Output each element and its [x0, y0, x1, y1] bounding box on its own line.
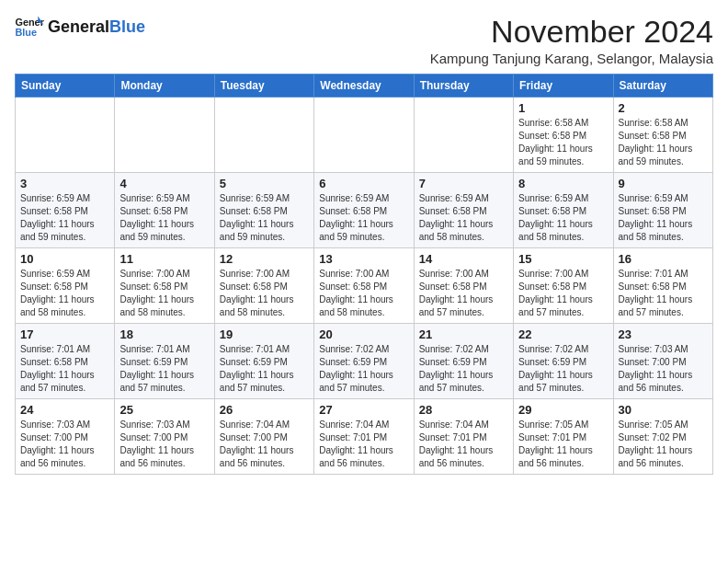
day-info: Sunrise: 7:03 AM Sunset: 7:00 PM Dayligh… — [619, 343, 708, 395]
day-info: Sunrise: 6:59 AM Sunset: 6:58 PM Dayligh… — [319, 192, 408, 244]
day-of-week-header: Saturday — [613, 75, 712, 98]
calendar-cell: 8Sunrise: 6:59 AM Sunset: 6:58 PM Daylig… — [514, 173, 613, 248]
calendar-cell: 7Sunrise: 6:59 AM Sunset: 6:58 PM Daylig… — [414, 173, 513, 248]
day-info: Sunrise: 7:02 AM Sunset: 6:59 PM Dayligh… — [319, 343, 408, 395]
calendar-body: 1Sunrise: 6:58 AM Sunset: 6:58 PM Daylig… — [16, 98, 713, 475]
calendar-cell: 9Sunrise: 6:59 AM Sunset: 6:58 PM Daylig… — [613, 173, 712, 248]
svg-text:Blue: Blue — [15, 27, 37, 38]
calendar-week-row: 10Sunrise: 6:59 AM Sunset: 6:58 PM Dayli… — [16, 248, 713, 324]
day-info: Sunrise: 6:59 AM Sunset: 6:58 PM Dayligh… — [119, 192, 209, 244]
calendar-week-row: 24Sunrise: 7:03 AM Sunset: 7:00 PM Dayli… — [16, 399, 713, 475]
calendar-week-row: 17Sunrise: 7:01 AM Sunset: 6:58 PM Dayli… — [16, 324, 713, 399]
month-year-title: November 2024 — [430, 15, 713, 49]
day-of-week-header: Sunday — [16, 75, 115, 98]
day-info: Sunrise: 6:59 AM Sunset: 6:58 PM Dayligh… — [220, 192, 309, 244]
day-number: 15 — [518, 252, 608, 266]
title-block: November 2024 Kampung Tanjung Karang, Se… — [430, 15, 713, 66]
calendar-cell: 14Sunrise: 7:00 AM Sunset: 6:58 PM Dayli… — [414, 248, 513, 324]
logo: General Blue GeneralBlue — [15, 15, 145, 40]
day-number: 20 — [319, 327, 408, 341]
day-info: Sunrise: 7:04 AM Sunset: 7:00 PM Dayligh… — [220, 419, 309, 470]
generalblue-logo-icon: General Blue — [15, 15, 44, 40]
day-number: 19 — [220, 327, 309, 341]
day-info: Sunrise: 7:00 AM Sunset: 6:58 PM Dayligh… — [319, 268, 408, 319]
calendar-cell: 30Sunrise: 7:05 AM Sunset: 7:02 PM Dayli… — [613, 399, 712, 475]
day-number: 6 — [319, 177, 408, 190]
calendar-cell — [414, 98, 513, 173]
day-number: 27 — [319, 403, 408, 417]
calendar-cell — [314, 98, 414, 173]
calendar-cell: 24Sunrise: 7:03 AM Sunset: 7:00 PM Dayli… — [16, 399, 115, 475]
calendar-cell: 22Sunrise: 7:02 AM Sunset: 6:59 PM Dayli… — [514, 324, 613, 399]
day-number: 25 — [119, 403, 209, 417]
day-info: Sunrise: 7:03 AM Sunset: 7:00 PM Dayligh… — [119, 419, 209, 470]
calendar-cell: 29Sunrise: 7:05 AM Sunset: 7:01 PM Dayli… — [514, 399, 613, 475]
page-header: General Blue GeneralBlue November 2024 K… — [15, 15, 713, 66]
day-number: 18 — [119, 327, 209, 341]
location-subtitle: Kampung Tanjung Karang, Selangor, Malays… — [430, 51, 713, 66]
day-info: Sunrise: 7:01 AM Sunset: 6:58 PM Dayligh… — [619, 268, 708, 319]
day-number: 26 — [220, 403, 309, 417]
day-info: Sunrise: 7:05 AM Sunset: 7:02 PM Dayligh… — [619, 419, 708, 470]
calendar-cell — [214, 98, 313, 173]
calendar-week-row: 1Sunrise: 6:58 AM Sunset: 6:58 PM Daylig… — [16, 98, 713, 173]
calendar-cell: 16Sunrise: 7:01 AM Sunset: 6:58 PM Dayli… — [613, 248, 712, 324]
day-number: 23 — [619, 327, 708, 341]
day-number: 24 — [20, 403, 109, 417]
day-info: Sunrise: 6:59 AM Sunset: 6:58 PM Dayligh… — [20, 192, 109, 244]
day-info: Sunrise: 7:05 AM Sunset: 7:01 PM Dayligh… — [518, 419, 608, 470]
day-number: 29 — [518, 403, 608, 417]
calendar-cell: 20Sunrise: 7:02 AM Sunset: 6:59 PM Dayli… — [314, 324, 414, 399]
calendar-cell: 21Sunrise: 7:02 AM Sunset: 6:59 PM Dayli… — [414, 324, 513, 399]
calendar-header: SundayMondayTuesdayWednesdayThursdayFrid… — [16, 75, 713, 98]
calendar-cell: 12Sunrise: 7:00 AM Sunset: 6:58 PM Dayli… — [214, 248, 313, 324]
day-number: 22 — [518, 327, 608, 341]
day-number: 11 — [119, 252, 209, 266]
calendar-cell: 4Sunrise: 6:59 AM Sunset: 6:58 PM Daylig… — [115, 173, 214, 248]
day-info: Sunrise: 7:00 AM Sunset: 6:58 PM Dayligh… — [119, 268, 209, 319]
day-number: 30 — [619, 403, 708, 417]
calendar-cell: 25Sunrise: 7:03 AM Sunset: 7:00 PM Dayli… — [115, 399, 214, 475]
calendar-cell: 26Sunrise: 7:04 AM Sunset: 7:00 PM Dayli… — [214, 399, 313, 475]
day-number: 5 — [220, 177, 309, 190]
day-number: 14 — [419, 252, 508, 266]
day-of-week-header: Thursday — [414, 75, 513, 98]
calendar-cell: 27Sunrise: 7:04 AM Sunset: 7:01 PM Dayli… — [314, 399, 414, 475]
day-number: 7 — [419, 177, 508, 190]
day-info: Sunrise: 7:00 AM Sunset: 6:58 PM Dayligh… — [518, 268, 608, 319]
calendar-cell — [115, 98, 214, 173]
day-number: 2 — [619, 101, 708, 115]
day-of-week-header: Tuesday — [214, 75, 313, 98]
day-info: Sunrise: 7:00 AM Sunset: 6:58 PM Dayligh… — [419, 268, 508, 319]
day-info: Sunrise: 6:59 AM Sunset: 6:58 PM Dayligh… — [419, 192, 508, 244]
calendar-cell: 18Sunrise: 7:01 AM Sunset: 6:59 PM Dayli… — [115, 324, 214, 399]
day-info: Sunrise: 7:03 AM Sunset: 7:00 PM Dayligh… — [20, 419, 109, 470]
day-info: Sunrise: 7:04 AM Sunset: 7:01 PM Dayligh… — [419, 419, 508, 470]
day-number: 1 — [518, 101, 608, 115]
calendar-cell: 13Sunrise: 7:00 AM Sunset: 6:58 PM Dayli… — [314, 248, 414, 324]
calendar-table: SundayMondayTuesdayWednesdayThursdayFrid… — [15, 74, 713, 475]
day-info: Sunrise: 6:58 AM Sunset: 6:58 PM Dayligh… — [619, 117, 708, 168]
calendar-cell: 10Sunrise: 6:59 AM Sunset: 6:58 PM Dayli… — [16, 248, 115, 324]
day-info: Sunrise: 7:00 AM Sunset: 6:58 PM Dayligh… — [220, 268, 309, 319]
day-number: 28 — [419, 403, 508, 417]
day-number: 4 — [119, 177, 209, 190]
day-info: Sunrise: 6:59 AM Sunset: 6:58 PM Dayligh… — [619, 192, 708, 244]
day-number: 17 — [20, 327, 109, 341]
calendar-cell: 28Sunrise: 7:04 AM Sunset: 7:01 PM Dayli… — [414, 399, 513, 475]
calendar-week-row: 3Sunrise: 6:59 AM Sunset: 6:58 PM Daylig… — [16, 173, 713, 248]
day-number: 12 — [220, 252, 309, 266]
day-header-row: SundayMondayTuesdayWednesdayThursdayFrid… — [16, 75, 713, 98]
calendar-cell: 5Sunrise: 6:59 AM Sunset: 6:58 PM Daylig… — [214, 173, 313, 248]
day-number: 13 — [319, 252, 408, 266]
day-info: Sunrise: 6:58 AM Sunset: 6:58 PM Dayligh… — [518, 117, 608, 168]
calendar-cell: 11Sunrise: 7:00 AM Sunset: 6:58 PM Dayli… — [115, 248, 214, 324]
day-number: 16 — [619, 252, 708, 266]
calendar-cell: 1Sunrise: 6:58 AM Sunset: 6:58 PM Daylig… — [514, 98, 613, 173]
day-info: Sunrise: 7:02 AM Sunset: 6:59 PM Dayligh… — [518, 343, 608, 395]
day-number: 3 — [20, 177, 109, 190]
day-number: 9 — [619, 177, 708, 190]
calendar-cell — [16, 98, 115, 173]
calendar-cell: 15Sunrise: 7:00 AM Sunset: 6:58 PM Dayli… — [514, 248, 613, 324]
calendar-cell: 19Sunrise: 7:01 AM Sunset: 6:59 PM Dayli… — [214, 324, 313, 399]
